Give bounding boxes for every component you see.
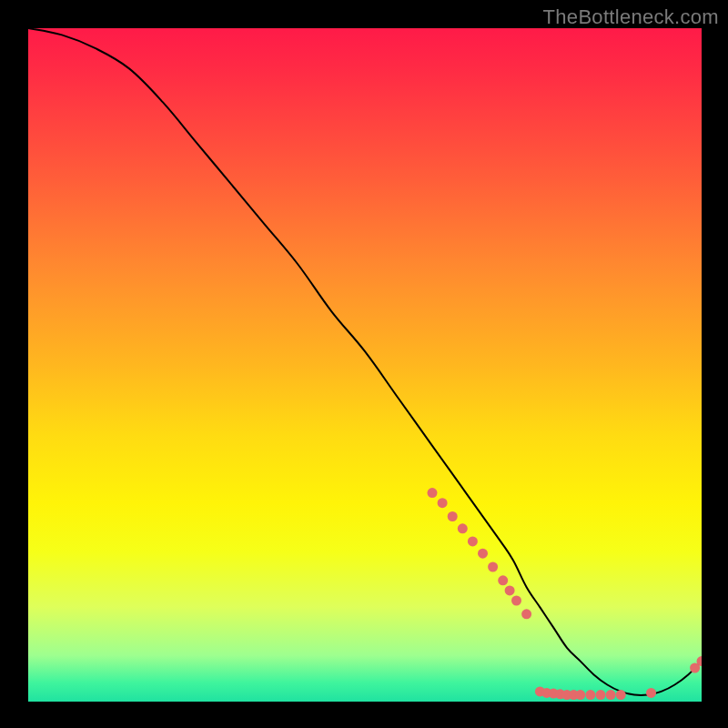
data-point-marker bbox=[606, 690, 616, 700]
plot-area bbox=[28, 28, 702, 702]
data-point-marker bbox=[498, 575, 508, 585]
data-point-marker bbox=[428, 488, 438, 498]
chart-frame: TheBottleneck.com bbox=[0, 0, 728, 728]
data-point-marker bbox=[478, 549, 488, 559]
data-point-marker bbox=[646, 688, 656, 698]
data-point-marker bbox=[488, 562, 498, 572]
data-point-marker bbox=[511, 596, 521, 606]
data-point-marker bbox=[438, 498, 448, 508]
data-point-marker bbox=[596, 690, 606, 700]
data-point-marker bbox=[468, 536, 478, 546]
data-point-marker bbox=[575, 690, 585, 700]
data-point-marker bbox=[458, 523, 468, 533]
watermark-label: TheBottleneck.com bbox=[543, 5, 719, 29]
data-point-marker bbox=[505, 585, 515, 595]
chart-svg bbox=[28, 28, 702, 702]
data-point-marker bbox=[521, 609, 531, 619]
curve-line-group bbox=[28, 28, 702, 695]
data-point-marker bbox=[585, 690, 595, 700]
data-point-marker bbox=[616, 690, 626, 700]
marker-layer bbox=[428, 488, 703, 700]
data-point-marker bbox=[448, 511, 458, 521]
bottleneck-curve-path bbox=[28, 28, 702, 695]
